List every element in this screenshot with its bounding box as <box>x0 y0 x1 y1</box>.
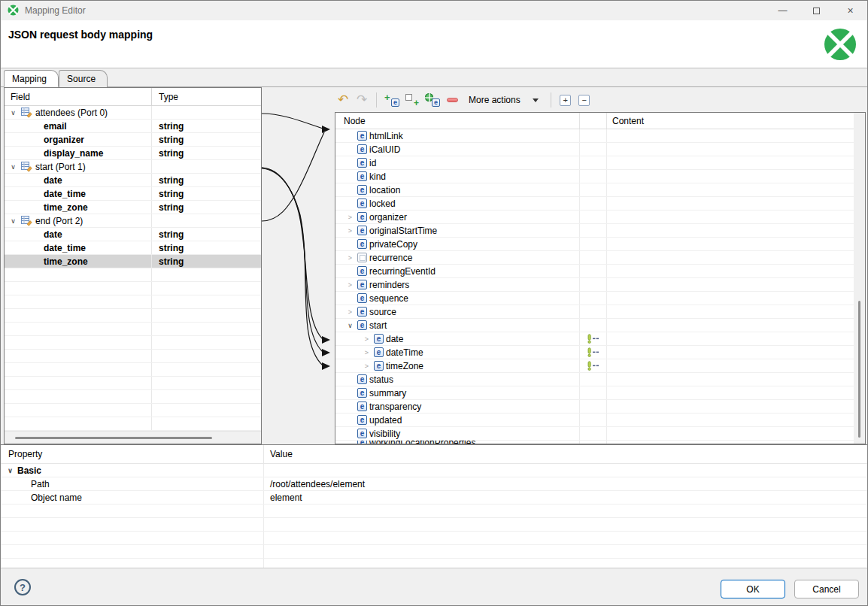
chevron-right-icon[interactable]: > <box>345 214 355 221</box>
tree-row[interactable]: erecurringEventId <box>335 265 854 278</box>
tree-row[interactable]: >edateTime <box>335 346 854 359</box>
content-cell[interactable] <box>607 238 854 250</box>
content-cell[interactable] <box>607 170 854 183</box>
chevron-right-icon[interactable]: > <box>345 281 355 289</box>
field-row[interactable]: date_timestring <box>5 187 261 201</box>
content-cell[interactable] <box>607 305 854 318</box>
content-cell[interactable] <box>607 278 854 291</box>
field-row[interactable]: time_zonestring <box>5 201 261 214</box>
content-cell[interactable] <box>607 183 854 196</box>
field-row[interactable]: display_namestring <box>5 147 261 160</box>
horizontal-scrollbar-thumb[interactable] <box>15 437 212 439</box>
content-cell[interactable] <box>607 251 854 264</box>
content-cell[interactable] <box>607 224 854 237</box>
tree-row[interactable]: eprivateCopy <box>335 238 854 251</box>
tree-row[interactable]: eiCalUID <box>335 143 854 156</box>
cancel-button[interactable]: Cancel <box>794 580 859 598</box>
content-cell[interactable] <box>607 441 854 444</box>
content-cell[interactable] <box>607 414 854 426</box>
content-cell[interactable] <box>607 386 854 399</box>
tree-row[interactable]: >eoriginalStartTime <box>335 224 854 238</box>
field-row[interactable]: date_timestring <box>5 241 261 255</box>
chevron-right-icon[interactable]: > <box>362 349 372 356</box>
horizontal-scrollbar[interactable] <box>5 431 261 444</box>
field-row[interactable]: ∨start (Port 1) <box>5 160 261 174</box>
chevron-down-icon[interactable]: ∨ <box>345 322 355 329</box>
property-value-cell[interactable]: element <box>264 491 868 504</box>
remove-button[interactable] <box>445 92 459 108</box>
tree-row[interactable]: >ereminders <box>335 278 854 292</box>
chevron-down-icon[interactable]: ∨ <box>5 467 15 474</box>
field-row[interactable]: ∨attendees (Port 0) <box>5 106 261 120</box>
tab-mapping[interactable]: Mapping <box>4 70 59 87</box>
tree-row[interactable]: esequence <box>335 292 854 305</box>
tree-row[interactable]: >eorganizer <box>335 211 854 224</box>
property-value-cell[interactable]: /root/attendees/element <box>264 477 868 490</box>
element-icon: e <box>357 198 367 208</box>
tree-row[interactable]: estatus <box>335 373 854 386</box>
tree-row[interactable]: esummary <box>335 386 854 400</box>
field-row[interactable]: ∨end (Port 2) <box>5 214 261 228</box>
tree-row[interactable]: elocation <box>335 183 854 197</box>
collapse-all-button[interactable]: − <box>578 92 591 108</box>
tree-row[interactable]: eupdated <box>335 414 854 427</box>
content-cell[interactable] <box>607 129 854 142</box>
tree-row[interactable]: etransparency <box>335 400 854 414</box>
chevron-down-icon[interactable]: ∨ <box>8 109 18 117</box>
property-row[interactable]: Object nameelement <box>1 491 868 504</box>
content-cell[interactable] <box>607 292 854 305</box>
content-cell[interactable] <box>607 332 854 345</box>
tree-row[interactable]: >etimeZone <box>335 359 854 373</box>
tree-row[interactable]: eid <box>335 156 854 170</box>
ok-button[interactable]: OK <box>721 580 785 598</box>
content-cell[interactable] <box>607 156 854 169</box>
add-object-button[interactable]: + <box>405 92 420 108</box>
tree-row[interactable]: ekind <box>335 170 854 183</box>
content-cell[interactable] <box>607 373 854 386</box>
tree-row[interactable]: elocked <box>335 197 854 211</box>
tree-row[interactable]: ∨estart <box>335 319 854 332</box>
chevron-down-icon[interactable]: ∨ <box>8 163 18 171</box>
add-element-button[interactable]: +e <box>384 92 399 108</box>
add-wildcard-element-button[interactable]: e <box>425 92 440 108</box>
tree-row[interactable]: >esource <box>335 305 854 319</box>
content-cell[interactable] <box>607 265 854 277</box>
field-row[interactable]: datestring <box>5 174 261 187</box>
content-cell[interactable] <box>607 211 854 223</box>
property-group-row[interactable]: ∨Basic <box>1 464 868 477</box>
chevron-down-icon[interactable]: ∨ <box>8 217 18 225</box>
content-cell[interactable] <box>607 143 854 156</box>
expand-all-button[interactable]: + <box>559 92 572 108</box>
chevron-right-icon[interactable]: > <box>345 308 355 316</box>
field-row[interactable]: datestring <box>5 228 261 241</box>
tree-row[interactable]: eworkingLocationProperties <box>335 441 854 444</box>
help-button[interactable]: ? <box>14 579 31 595</box>
chevron-right-icon[interactable]: > <box>362 362 372 370</box>
property-row[interactable]: Path/root/attendees/element <box>1 477 868 491</box>
tree-row[interactable]: ehtmlLink <box>335 129 854 143</box>
content-cell[interactable] <box>607 359 854 372</box>
undo-button[interactable]: ↶ <box>336 92 350 108</box>
content-cell[interactable] <box>607 400 854 413</box>
close-button[interactable]: × <box>833 1 867 20</box>
content-cell[interactable] <box>607 319 854 332</box>
chevron-right-icon[interactable]: > <box>362 335 372 343</box>
content-cell[interactable] <box>607 346 854 359</box>
vertical-scrollbar-thumb[interactable] <box>858 301 860 438</box>
chevron-right-icon[interactable]: > <box>345 227 355 235</box>
chevron-right-icon[interactable]: > <box>345 254 355 262</box>
tab-source[interactable]: Source <box>59 70 108 87</box>
vertical-scrollbar[interactable] <box>854 113 865 444</box>
redo-button[interactable]: ↷ <box>355 92 369 108</box>
tree-row[interactable]: >edate <box>335 332 854 346</box>
minimize-button[interactable]: — <box>766 1 800 20</box>
tree-row[interactable]: >recurrence <box>335 251 854 265</box>
tree-row[interactable]: evisibility <box>335 427 854 441</box>
field-row[interactable]: organizerstring <box>5 133 261 147</box>
more-actions-button[interactable]: More actions <box>464 92 543 108</box>
content-cell[interactable] <box>607 427 854 440</box>
maximize-button[interactable] <box>800 1 833 20</box>
content-cell[interactable] <box>607 197 854 210</box>
field-row[interactable]: emailstring <box>5 120 261 133</box>
field-row[interactable]: time_zonestring <box>5 255 261 268</box>
